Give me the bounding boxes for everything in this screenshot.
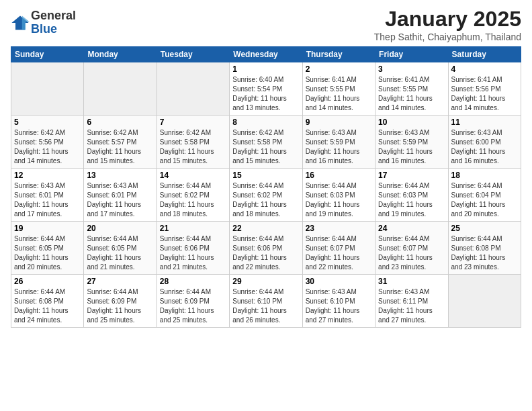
day-detail: Sunrise: 6:40 AMSunset: 5:54 PMDaylight:… [232, 75, 299, 113]
calendar-cell: 4Sunrise: 6:41 AMSunset: 5:56 PMDaylight… [448, 62, 521, 116]
day-number: 1 [232, 64, 299, 74]
day-number: 29 [232, 277, 299, 286]
day-detail: Sunrise: 6:43 AMSunset: 6:00 PMDaylight:… [451, 128, 518, 166]
day-number: 30 [306, 277, 372, 286]
day-detail: Sunrise: 6:44 AMSunset: 6:07 PMDaylight:… [306, 234, 372, 272]
day-number: 10 [378, 118, 445, 127]
logo-text: General Blue [31, 9, 76, 36]
day-number: 11 [451, 118, 518, 127]
day-number: 12 [14, 171, 81, 180]
calendar-cell: 6Sunrise: 6:42 AMSunset: 5:57 PMDaylight… [84, 116, 157, 169]
calendar-cell: 26Sunrise: 6:44 AMSunset: 6:08 PMDayligh… [11, 275, 84, 328]
weekday-header-monday: Monday [84, 47, 157, 62]
calendar-cell: 15Sunrise: 6:44 AMSunset: 6:02 PMDayligh… [230, 169, 302, 222]
calendar-cell: 18Sunrise: 6:44 AMSunset: 6:04 PMDayligh… [448, 169, 521, 222]
calendar-cell: 10Sunrise: 6:43 AMSunset: 5:59 PMDayligh… [375, 116, 448, 169]
calendar-cell: 16Sunrise: 6:44 AMSunset: 6:03 PMDayligh… [302, 169, 375, 222]
day-number: 14 [160, 171, 226, 180]
day-number: 26 [14, 277, 81, 286]
day-detail: Sunrise: 6:44 AMSunset: 6:05 PMDaylight:… [14, 234, 81, 272]
weekday-header-tuesday: Tuesday [157, 47, 229, 62]
page: General Blue January 2025 Thep Sathit, C… [0, 0, 532, 411]
day-detail: Sunrise: 6:43 AMSunset: 5:59 PMDaylight:… [306, 128, 372, 166]
day-detail: Sunrise: 6:44 AMSunset: 6:10 PMDaylight:… [232, 287, 299, 325]
calendar-cell: 1Sunrise: 6:40 AMSunset: 5:54 PMDaylight… [230, 62, 302, 116]
location-title: Thep Sathit, Chaiyaphum, Thailand [374, 32, 521, 42]
calendar-cell: 22Sunrise: 6:44 AMSunset: 6:06 PMDayligh… [230, 222, 302, 275]
day-detail: Sunrise: 6:42 AMSunset: 5:58 PMDaylight:… [160, 128, 226, 166]
calendar-cell: 13Sunrise: 6:43 AMSunset: 6:01 PMDayligh… [84, 169, 157, 222]
logo-blue: Blue [31, 22, 57, 36]
day-detail: Sunrise: 6:44 AMSunset: 6:06 PMDaylight:… [232, 234, 299, 272]
day-number: 17 [378, 171, 445, 180]
day-detail: Sunrise: 6:44 AMSunset: 6:02 PMDaylight:… [232, 181, 299, 219]
day-detail: Sunrise: 6:44 AMSunset: 6:02 PMDaylight:… [160, 181, 226, 219]
day-number: 6 [87, 118, 153, 127]
day-number: 25 [451, 224, 518, 233]
calendar-cell: 23Sunrise: 6:44 AMSunset: 6:07 PMDayligh… [302, 222, 375, 275]
day-number: 22 [232, 224, 299, 233]
day-number: 9 [306, 118, 372, 127]
logo-icon [11, 13, 30, 32]
day-detail: Sunrise: 6:41 AMSunset: 5:56 PMDaylight:… [451, 75, 518, 113]
calendar-cell: 9Sunrise: 6:43 AMSunset: 5:59 PMDaylight… [302, 116, 375, 169]
calendar-cell: 27Sunrise: 6:44 AMSunset: 6:09 PMDayligh… [84, 275, 157, 328]
day-number: 20 [87, 224, 153, 233]
day-number: 3 [378, 64, 445, 74]
week-row-2: 5Sunrise: 6:42 AMSunset: 5:56 PMDaylight… [11, 116, 521, 169]
day-number: 5 [14, 118, 81, 127]
day-detail: Sunrise: 6:44 AMSunset: 6:03 PMDaylight:… [378, 181, 445, 219]
day-detail: Sunrise: 6:42 AMSunset: 5:58 PMDaylight:… [232, 128, 299, 166]
day-detail: Sunrise: 6:43 AMSunset: 6:10 PMDaylight:… [306, 287, 372, 325]
weekday-header-row: SundayMondayTuesdayWednesdayThursdayFrid… [11, 47, 521, 62]
calendar-cell: 19Sunrise: 6:44 AMSunset: 6:05 PMDayligh… [11, 222, 84, 275]
title-block: January 2025 Thep Sathit, Chaiyaphum, Th… [374, 7, 521, 42]
day-number: 31 [378, 277, 445, 286]
day-detail: Sunrise: 6:44 AMSunset: 6:07 PMDaylight:… [378, 234, 445, 272]
week-row-5: 26Sunrise: 6:44 AMSunset: 6:08 PMDayligh… [11, 275, 521, 328]
calendar-cell: 8Sunrise: 6:42 AMSunset: 5:58 PMDaylight… [230, 116, 302, 169]
calendar-cell [11, 62, 84, 116]
day-detail: Sunrise: 6:44 AMSunset: 6:05 PMDaylight:… [87, 234, 153, 272]
day-detail: Sunrise: 6:44 AMSunset: 6:08 PMDaylight:… [451, 234, 518, 272]
week-row-3: 12Sunrise: 6:43 AMSunset: 6:01 PMDayligh… [11, 169, 521, 222]
week-row-4: 19Sunrise: 6:44 AMSunset: 6:05 PMDayligh… [11, 222, 521, 275]
logo-general: General [31, 9, 76, 23]
calendar: SundayMondayTuesdayWednesdayThursdayFrid… [11, 46, 521, 328]
calendar-cell: 5Sunrise: 6:42 AMSunset: 5:56 PMDaylight… [11, 116, 84, 169]
day-number: 21 [160, 224, 226, 233]
svg-marker-0 [11, 15, 28, 30]
header: General Blue January 2025 Thep Sathit, C… [11, 7, 521, 42]
day-detail: Sunrise: 6:44 AMSunset: 6:08 PMDaylight:… [14, 287, 81, 325]
calendar-cell: 14Sunrise: 6:44 AMSunset: 6:02 PMDayligh… [157, 169, 229, 222]
calendar-cell: 7Sunrise: 6:42 AMSunset: 5:58 PMDaylight… [157, 116, 229, 169]
day-detail: Sunrise: 6:44 AMSunset: 6:03 PMDaylight:… [306, 181, 372, 219]
day-detail: Sunrise: 6:41 AMSunset: 5:55 PMDaylight:… [378, 75, 445, 113]
day-detail: Sunrise: 6:44 AMSunset: 6:06 PMDaylight:… [160, 234, 226, 272]
day-detail: Sunrise: 6:41 AMSunset: 5:55 PMDaylight:… [306, 75, 372, 113]
weekday-header-saturday: Saturday [448, 47, 521, 62]
day-number: 8 [232, 118, 299, 127]
day-detail: Sunrise: 6:42 AMSunset: 5:56 PMDaylight:… [14, 128, 81, 166]
calendar-cell: 12Sunrise: 6:43 AMSunset: 6:01 PMDayligh… [11, 169, 84, 222]
calendar-cell: 29Sunrise: 6:44 AMSunset: 6:10 PMDayligh… [230, 275, 302, 328]
calendar-cell: 17Sunrise: 6:44 AMSunset: 6:03 PMDayligh… [375, 169, 448, 222]
calendar-cell: 31Sunrise: 6:43 AMSunset: 6:11 PMDayligh… [375, 275, 448, 328]
day-detail: Sunrise: 6:43 AMSunset: 6:01 PMDaylight:… [14, 181, 81, 219]
day-detail: Sunrise: 6:42 AMSunset: 5:57 PMDaylight:… [87, 128, 153, 166]
day-number: 18 [451, 171, 518, 180]
day-detail: Sunrise: 6:44 AMSunset: 6:09 PMDaylight:… [160, 287, 226, 325]
day-number: 16 [306, 171, 372, 180]
calendar-cell: 11Sunrise: 6:43 AMSunset: 6:00 PMDayligh… [448, 116, 521, 169]
calendar-cell: 21Sunrise: 6:44 AMSunset: 6:06 PMDayligh… [157, 222, 229, 275]
calendar-cell: 28Sunrise: 6:44 AMSunset: 6:09 PMDayligh… [157, 275, 229, 328]
day-number: 27 [87, 277, 153, 286]
day-number: 2 [306, 64, 372, 74]
calendar-cell: 3Sunrise: 6:41 AMSunset: 5:55 PMDaylight… [375, 62, 448, 116]
calendar-cell: 2Sunrise: 6:41 AMSunset: 5:55 PMDaylight… [302, 62, 375, 116]
day-number: 19 [14, 224, 81, 233]
day-number: 4 [451, 64, 518, 74]
day-detail: Sunrise: 6:43 AMSunset: 5:59 PMDaylight:… [378, 128, 445, 166]
calendar-cell [84, 62, 157, 116]
calendar-cell [448, 275, 521, 328]
